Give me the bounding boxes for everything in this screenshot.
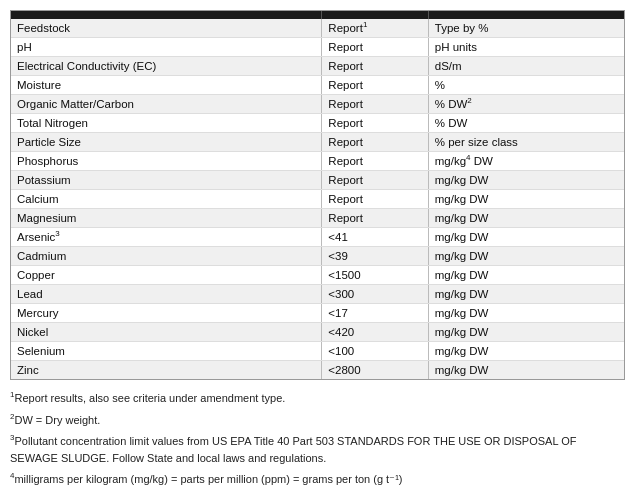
cell-range: Report — [322, 76, 428, 95]
table-row: MoistureReport% — [11, 76, 624, 95]
cell-parameter: Lead — [11, 285, 322, 304]
cell-parameter: Feedstock — [11, 19, 322, 38]
cell-parameter: Organic Matter/Carbon — [11, 95, 322, 114]
cell-range: Report — [322, 133, 428, 152]
cell-parameter: Phosphorus — [11, 152, 322, 171]
table-row: Zinc<2800mg/kg DW — [11, 361, 624, 380]
cell-unit: mg/kg DW — [428, 171, 624, 190]
table-row: pHReportpH units — [11, 38, 624, 57]
cell-range: Report — [322, 209, 428, 228]
table-row: FeedstockReport1Type by % — [11, 19, 624, 38]
cell-range: <17 — [322, 304, 428, 323]
table-row: Total NitrogenReport% DW — [11, 114, 624, 133]
table-row: Electrical Conductivity (EC)ReportdS/m — [11, 57, 624, 76]
cell-unit: mg/kg DW — [428, 342, 624, 361]
cell-parameter: Moisture — [11, 76, 322, 95]
main-table-container: FeedstockReport1Type by %pHReportpH unit… — [10, 10, 625, 380]
table-row: Particle SizeReport% per size class — [11, 133, 624, 152]
table-row: Selenium<100mg/kg DW — [11, 342, 624, 361]
cell-range: Report1 — [322, 19, 428, 38]
table-row: Mercury<17mg/kg DW — [11, 304, 624, 323]
cell-range: <420 — [322, 323, 428, 342]
footnote: 2DW = Dry weight. — [10, 412, 625, 429]
cell-parameter: Nickel — [11, 323, 322, 342]
cell-range: <39 — [322, 247, 428, 266]
cell-parameter: Copper — [11, 266, 322, 285]
table-row: Cadmium<39mg/kg DW — [11, 247, 624, 266]
table-row: Copper<1500mg/kg DW — [11, 266, 624, 285]
footnote: 3Pollutant concentration limit values fr… — [10, 433, 625, 466]
footnote: 4milligrams per kilogram (mg/kg) = parts… — [10, 471, 625, 488]
cell-parameter: Selenium — [11, 342, 322, 361]
cell-unit: mg/kg DW — [428, 285, 624, 304]
table-row: MagnesiumReportmg/kg DW — [11, 209, 624, 228]
footnote: 1Report results, also see criteria under… — [10, 390, 625, 407]
table-row: Nickel<420mg/kg DW — [11, 323, 624, 342]
cell-range: <1500 — [322, 266, 428, 285]
table-row: CalciumReportmg/kg DW — [11, 190, 624, 209]
cell-parameter: Cadmium — [11, 247, 322, 266]
cell-unit: dS/m — [428, 57, 624, 76]
cell-range: Report — [322, 95, 428, 114]
cell-unit: mg/kg4 DW — [428, 152, 624, 171]
cell-range: Report — [322, 114, 428, 133]
cell-range: <41 — [322, 228, 428, 247]
cell-unit: mg/kg DW — [428, 304, 624, 323]
cell-unit: mg/kg DW — [428, 209, 624, 228]
cell-unit: mg/kg DW — [428, 323, 624, 342]
cell-parameter: Total Nitrogen — [11, 114, 322, 133]
cell-parameter: Arsenic3 — [11, 228, 322, 247]
cell-range: Report — [322, 190, 428, 209]
cell-parameter: Calcium — [11, 190, 322, 209]
footnotes-section: 1Report results, also see criteria under… — [10, 390, 625, 488]
cell-parameter: Particle Size — [11, 133, 322, 152]
cell-unit: mg/kg DW — [428, 361, 624, 380]
col-header-range — [322, 11, 428, 19]
cell-unit: % per size class — [428, 133, 624, 152]
cell-unit: mg/kg DW — [428, 247, 624, 266]
cell-unit: pH units — [428, 38, 624, 57]
cell-parameter: Mercury — [11, 304, 322, 323]
parameters-table: FeedstockReport1Type by %pHReportpH unit… — [11, 11, 624, 379]
cell-parameter: Magnesium — [11, 209, 322, 228]
cell-range: Report — [322, 152, 428, 171]
cell-range: Report — [322, 171, 428, 190]
cell-unit: Type by % — [428, 19, 624, 38]
cell-range: <300 — [322, 285, 428, 304]
table-row: Lead<300mg/kg DW — [11, 285, 624, 304]
table-row: Organic Matter/CarbonReport% DW2 — [11, 95, 624, 114]
cell-unit: % — [428, 76, 624, 95]
table-row: PhosphorusReportmg/kg4 DW — [11, 152, 624, 171]
cell-unit: mg/kg DW — [428, 266, 624, 285]
cell-range: <2800 — [322, 361, 428, 380]
cell-unit: % DW — [428, 114, 624, 133]
cell-unit: % DW2 — [428, 95, 624, 114]
cell-parameter: Potassium — [11, 171, 322, 190]
table-row: PotassiumReportmg/kg DW — [11, 171, 624, 190]
table-row: Arsenic3<41mg/kg DW — [11, 228, 624, 247]
col-header-unit — [428, 11, 624, 19]
cell-parameter: Zinc — [11, 361, 322, 380]
cell-parameter: Electrical Conductivity (EC) — [11, 57, 322, 76]
col-header-parameter — [11, 11, 322, 19]
cell-range: Report — [322, 57, 428, 76]
cell-unit: mg/kg DW — [428, 228, 624, 247]
cell-parameter: pH — [11, 38, 322, 57]
cell-range: Report — [322, 38, 428, 57]
cell-range: <100 — [322, 342, 428, 361]
cell-unit: mg/kg DW — [428, 190, 624, 209]
